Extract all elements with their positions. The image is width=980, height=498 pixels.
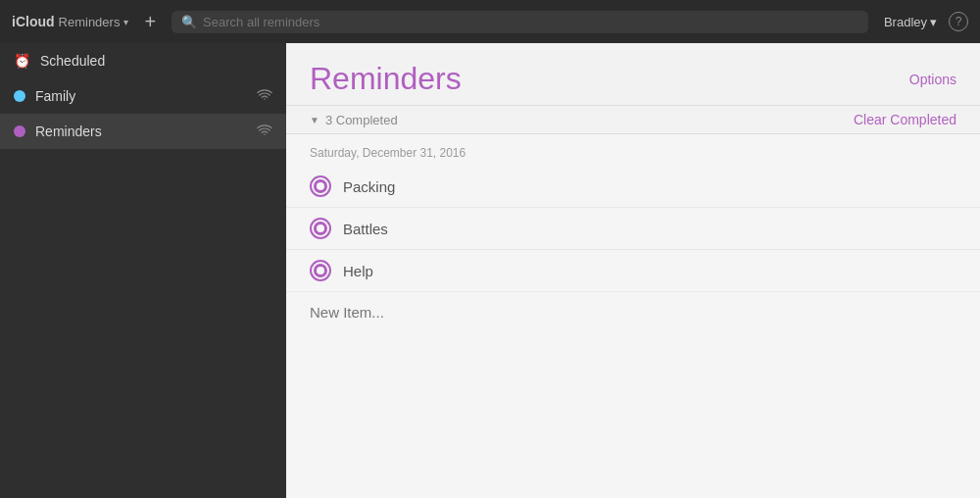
- user-button[interactable]: Bradley ▾: [884, 15, 937, 29]
- date-header: Saturday, December 31, 2016: [286, 134, 980, 166]
- reminder-label-help: Help: [343, 263, 373, 279]
- sidebar-scheduled-label: Scheduled: [40, 53, 272, 69]
- clear-completed-button[interactable]: Clear Completed: [854, 112, 956, 127]
- reminder-checkbox-battles[interactable]: [310, 218, 331, 239]
- reminder-checkbox-help[interactable]: [310, 260, 331, 281]
- user-label: Bradley: [884, 15, 927, 29]
- family-dot: [14, 90, 25, 102]
- icloud-label: iCloud: [12, 14, 55, 29]
- clock-icon: ⏰: [14, 53, 30, 69]
- add-reminder-button[interactable]: +: [144, 12, 156, 31]
- reminder-item-battles[interactable]: Battles: [286, 208, 980, 250]
- reminder-list: Saturday, December 31, 2016 Packing Batt…: [286, 134, 980, 498]
- search-input[interactable]: [203, 15, 858, 29]
- top-bar-right: Bradley ▾ ?: [884, 12, 968, 31]
- sidebar: ⏰ Scheduled Family Reminders: [0, 43, 286, 498]
- family-wifi-icon: [257, 89, 272, 104]
- app-title: iCloud Reminders ▾: [12, 14, 128, 29]
- content-header: Reminders Options: [286, 43, 980, 105]
- search-icon: 🔍: [181, 15, 197, 29]
- sidebar-item-reminders[interactable]: Reminders: [0, 114, 286, 149]
- app-title-chevron-icon[interactable]: ▾: [123, 17, 128, 27]
- user-chevron-icon: ▾: [930, 15, 937, 29]
- help-button[interactable]: ?: [949, 12, 968, 31]
- reminder-checkbox-packing[interactable]: [310, 175, 331, 197]
- search-bar: 🔍: [172, 11, 868, 33]
- sidebar-family-label: Family: [35, 88, 247, 104]
- reminders-wifi-icon: [257, 124, 272, 139]
- content-area: Reminders Options ▼ 3 Completed Clear Co…: [286, 43, 980, 498]
- sidebar-item-scheduled[interactable]: ⏰ Scheduled: [0, 43, 286, 78]
- new-item-row: [286, 292, 980, 332]
- reminder-label-packing: Packing: [343, 178, 395, 195]
- main-layout: ⏰ Scheduled Family Reminders: [0, 43, 980, 498]
- triangle-icon: ▼: [310, 115, 319, 125]
- sidebar-item-family[interactable]: Family: [0, 78, 286, 114]
- completed-bar: ▼ 3 Completed Clear Completed: [286, 105, 980, 134]
- reminders-dot: [14, 125, 25, 137]
- top-bar: iCloud Reminders ▾ + 🔍 Bradley ▾ ?: [0, 0, 980, 43]
- sidebar-reminders-label: Reminders: [35, 124, 247, 139]
- reminder-item-packing[interactable]: Packing: [286, 166, 980, 208]
- app-reminders-label: Reminders: [59, 15, 121, 29]
- reminder-label-battles: Battles: [343, 221, 388, 237]
- new-item-input[interactable]: [310, 304, 956, 321]
- reminder-item-help[interactable]: Help: [286, 250, 980, 292]
- options-button[interactable]: Options: [909, 72, 956, 87]
- completed-left: ▼ 3 Completed: [310, 113, 398, 127]
- completed-count: 3 Completed: [325, 113, 398, 127]
- page-title: Reminders: [310, 61, 462, 97]
